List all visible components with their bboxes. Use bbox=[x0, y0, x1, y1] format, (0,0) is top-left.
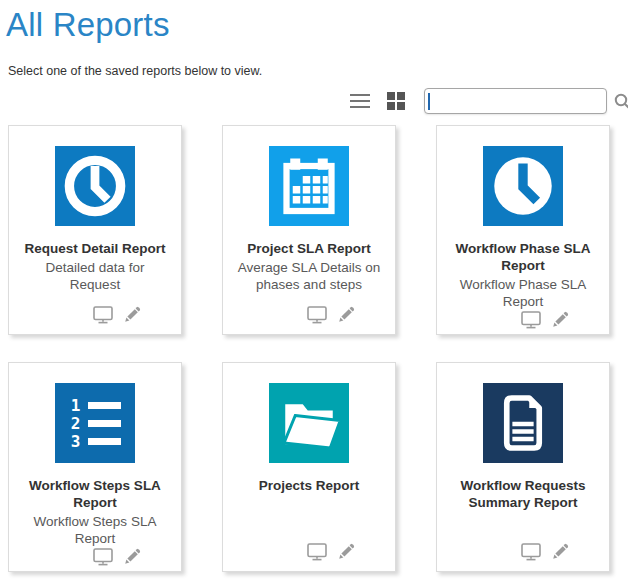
report-card-grid: Request Detail Report Detailed data for … bbox=[8, 125, 610, 572]
view-toggle bbox=[348, 90, 407, 112]
report-title: Request Detail Report bbox=[20, 241, 169, 258]
magnifier-icon[interactable] bbox=[613, 92, 628, 110]
edit-report-icon[interactable] bbox=[123, 306, 141, 324]
edit-report-icon[interactable] bbox=[551, 311, 569, 329]
report-title: Projects Report bbox=[255, 478, 364, 495]
view-report-icon[interactable] bbox=[521, 311, 541, 329]
open-folder-icon bbox=[269, 383, 349, 463]
view-report-icon[interactable] bbox=[521, 543, 541, 561]
clock-outline-icon bbox=[55, 146, 135, 226]
page-subtitle: Select one of the saved reports below to… bbox=[8, 64, 628, 78]
report-card-projects[interactable]: Projects Report bbox=[222, 362, 396, 572]
card-actions bbox=[437, 311, 609, 329]
report-title: Workflow Phase SLA Report bbox=[437, 241, 609, 275]
edit-report-icon[interactable] bbox=[551, 543, 569, 561]
report-description: Detailed data for Request bbox=[9, 260, 181, 294]
report-card-request-detail[interactable]: Request Detail Report Detailed data for … bbox=[8, 125, 182, 335]
toolbar bbox=[0, 87, 628, 115]
view-report-icon[interactable] bbox=[93, 548, 113, 566]
page-title: All Reports bbox=[6, 6, 628, 44]
numbered-list-icon: 1 2 3 bbox=[55, 383, 135, 463]
report-card-workflow-requests-summary[interactable]: Workflow Requests Summary Report bbox=[436, 362, 610, 572]
report-card-workflow-steps-sla[interactable]: 1 2 3 Workflow Steps SLA Report Workflow… bbox=[8, 362, 182, 572]
report-description: Workflow Phase SLA Report bbox=[437, 277, 609, 311]
report-description: Workflow Steps SLA Report bbox=[9, 514, 181, 548]
card-actions bbox=[223, 306, 395, 324]
search-input[interactable] bbox=[425, 89, 613, 113]
card-actions bbox=[9, 548, 181, 566]
card-actions bbox=[223, 543, 395, 561]
view-report-icon[interactable] bbox=[307, 306, 327, 324]
card-actions bbox=[9, 306, 181, 324]
edit-report-icon[interactable] bbox=[337, 306, 355, 324]
search-box bbox=[424, 88, 607, 114]
all-reports-page: All Reports Select one of the saved repo… bbox=[0, 6, 628, 582]
report-title: Workflow Requests Summary Report bbox=[437, 478, 609, 512]
list-view-icon[interactable] bbox=[348, 92, 372, 111]
edit-report-icon[interactable] bbox=[123, 548, 141, 566]
edit-report-icon[interactable] bbox=[337, 543, 355, 561]
grid-view-icon[interactable] bbox=[385, 90, 407, 112]
report-card-workflow-phase-sla[interactable]: Workflow Phase SLA Report Workflow Phase… bbox=[436, 125, 610, 335]
report-card-project-sla[interactable]: Project SLA Report Average SLA Details o… bbox=[222, 125, 396, 335]
view-report-icon[interactable] bbox=[307, 543, 327, 561]
report-title: Workflow Steps SLA Report bbox=[9, 478, 181, 512]
report-title: Project SLA Report bbox=[243, 241, 374, 258]
report-description: Average SLA Details on phases and steps bbox=[223, 260, 395, 294]
document-icon bbox=[483, 383, 563, 463]
text-caret bbox=[428, 93, 430, 110]
card-actions bbox=[437, 543, 609, 561]
view-report-icon[interactable] bbox=[93, 306, 113, 324]
clock-solid-icon bbox=[483, 146, 563, 226]
calendar-icon bbox=[269, 146, 349, 226]
